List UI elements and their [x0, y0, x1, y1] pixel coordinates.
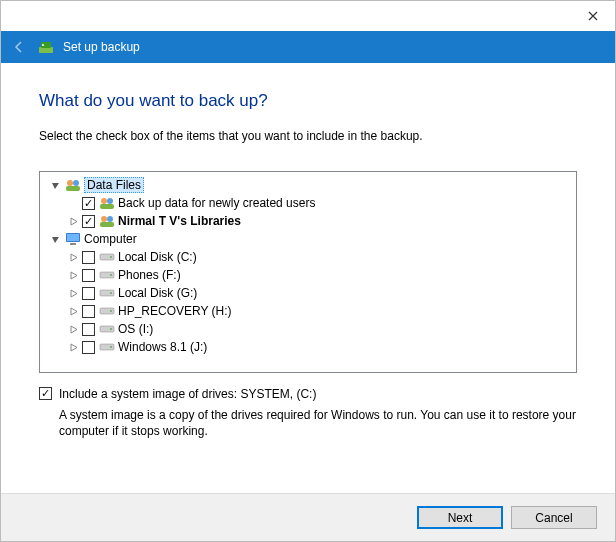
svg-point-2 [42, 44, 44, 46]
checkbox-unchecked[interactable] [82, 341, 95, 354]
page-heading: What do you want to back up? [39, 91, 577, 111]
drive-icon [98, 267, 116, 283]
expander-icon[interactable] [48, 232, 62, 246]
header-title: Set up backup [63, 40, 140, 54]
titlebar [1, 1, 615, 31]
tree-label: Back up data for newly created users [118, 196, 315, 210]
svg-point-26 [110, 346, 112, 348]
arrow-left-icon [11, 39, 27, 55]
svg-point-4 [73, 180, 79, 186]
tree-label: Nirmal T V's Libraries [118, 214, 241, 228]
expander-icon[interactable] [48, 178, 62, 192]
system-image-label: Include a system image of drives: SYSTEM… [59, 387, 316, 401]
expander-icon[interactable] [66, 304, 80, 318]
tree-label: Computer [84, 232, 137, 246]
tree-node-libraries[interactable]: ✓ Nirmal T V's Libraries [42, 212, 574, 230]
svg-rect-5 [66, 186, 80, 191]
tree-label: HP_RECOVERY (H:) [118, 304, 232, 318]
tree-node-new-users[interactable]: ✓ Back up data for newly created users [42, 194, 574, 212]
close-button[interactable] [570, 1, 615, 31]
expander-icon[interactable] [66, 268, 80, 282]
backup-icon [37, 38, 55, 56]
users-icon [98, 195, 116, 211]
expander-icon[interactable] [66, 322, 80, 336]
svg-rect-8 [100, 204, 114, 209]
button-bar: Next Cancel [1, 493, 615, 541]
tree-node-drive[interactable]: Local Disk (G:) [42, 284, 574, 302]
close-icon [588, 11, 598, 21]
expander-icon[interactable] [66, 250, 80, 264]
computer-icon [64, 231, 82, 247]
svg-point-18 [110, 274, 112, 276]
tree-node-drive[interactable]: Phones (F:) [42, 266, 574, 284]
svg-point-6 [101, 198, 107, 204]
tree-node-data-files[interactable]: Data Files [42, 176, 574, 194]
next-button[interactable]: Next [417, 506, 503, 529]
tree-label: Phones (F:) [118, 268, 181, 282]
checkbox-checked[interactable]: ✓ [39, 387, 52, 400]
wizard-header: Set up backup [1, 31, 615, 63]
checkbox-unchecked[interactable] [82, 269, 95, 282]
expander-icon[interactable] [66, 286, 80, 300]
svg-point-9 [101, 216, 107, 222]
tree-label: Local Disk (G:) [118, 286, 197, 300]
svg-point-10 [107, 216, 113, 222]
svg-point-22 [110, 310, 112, 312]
cancel-button[interactable]: Cancel [511, 506, 597, 529]
users-icon [64, 177, 82, 193]
tree-node-drive[interactable]: HP_RECOVERY (H:) [42, 302, 574, 320]
checkbox-unchecked[interactable] [82, 305, 95, 318]
backup-tree[interactable]: Data Files ✓ Back up data for newly crea… [39, 171, 577, 373]
system-image-description: A system image is a copy of the drives r… [59, 407, 577, 439]
back-button[interactable] [9, 37, 29, 57]
tree-node-computer[interactable]: Computer [42, 230, 574, 248]
tree-node-drive[interactable]: Windows 8.1 (J:) [42, 338, 574, 356]
svg-rect-14 [70, 243, 76, 245]
svg-point-16 [110, 256, 112, 258]
svg-rect-13 [67, 234, 79, 241]
system-image-option[interactable]: ✓ Include a system image of drives: SYST… [39, 387, 577, 401]
drive-icon [98, 339, 116, 355]
checkbox-checked[interactable]: ✓ [82, 215, 95, 228]
tree-label: Local Disk (C:) [118, 250, 197, 264]
tree-label: OS (I:) [118, 322, 153, 336]
drive-icon [98, 285, 116, 301]
checkbox-checked[interactable]: ✓ [82, 197, 95, 210]
drive-icon [98, 303, 116, 319]
svg-point-20 [110, 292, 112, 294]
checkbox-unchecked[interactable] [82, 287, 95, 300]
drive-icon [98, 249, 116, 265]
svg-point-24 [110, 328, 112, 330]
users-icon [98, 213, 116, 229]
svg-point-3 [67, 180, 73, 186]
tree-label: Data Files [84, 177, 144, 193]
content-area: What do you want to back up? Select the … [1, 63, 615, 439]
svg-rect-11 [100, 222, 114, 227]
tree-node-drive[interactable]: Local Disk (C:) [42, 248, 574, 266]
svg-point-7 [107, 198, 113, 204]
instruction-text: Select the check box of the items that y… [39, 129, 577, 143]
expander-icon[interactable] [66, 214, 80, 228]
checkbox-unchecked[interactable] [82, 323, 95, 336]
expander-icon[interactable] [66, 340, 80, 354]
tree-label: Windows 8.1 (J:) [118, 340, 207, 354]
tree-node-drive[interactable]: OS (I:) [42, 320, 574, 338]
drive-icon [98, 321, 116, 337]
checkbox-unchecked[interactable] [82, 251, 95, 264]
